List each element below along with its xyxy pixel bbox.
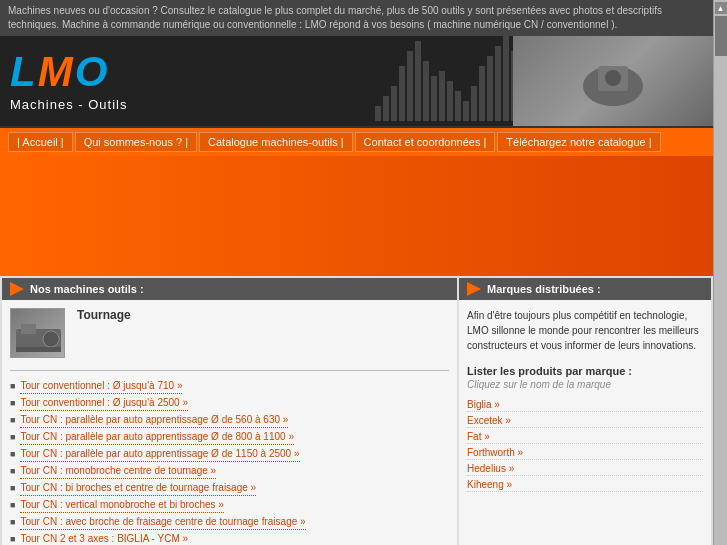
bullet-4: ■ xyxy=(10,448,15,461)
bar-11 xyxy=(455,91,461,121)
brand-item-3: Forthworth » xyxy=(467,446,703,460)
header-bars xyxy=(375,36,533,126)
header-photo-inner xyxy=(513,36,713,126)
right-section-header: Marques distribuées : xyxy=(459,278,711,300)
bar-4 xyxy=(399,66,405,121)
scroll-thumb[interactable] xyxy=(715,16,727,56)
logo-o: O xyxy=(75,48,110,95)
machine-item-4: ■Tour CN : parallèle par auto apprentiss… xyxy=(10,447,449,462)
machine-item-1: ■Tour conventionnel : Ø jusqu'à 2500 » xyxy=(10,396,449,411)
brands-list: Biglia »Excetek »Fat »Forthworth »Hedeli… xyxy=(459,398,711,492)
top-bar: Machines neuves ou d'occasion ? Consulte… xyxy=(0,0,713,36)
machine-link-8[interactable]: Tour CN : avec broche de fraisage centre… xyxy=(20,515,305,530)
bar-14 xyxy=(479,66,485,121)
machine-item-8: ■Tour CN : avec broche de fraisage centr… xyxy=(10,515,449,530)
nav-contact[interactable]: Contact et coordonnées | xyxy=(355,132,496,152)
machine-link-3[interactable]: Tour CN : parallèle par auto apprentissa… xyxy=(20,430,294,445)
logo-subtitle: Machines - Outils xyxy=(10,97,127,112)
brand-item-4: Hedelius » xyxy=(467,462,703,476)
machine-thumb-img xyxy=(11,309,64,357)
machine-item-2: ■Tour CN : parallèle par auto apprentiss… xyxy=(10,413,449,428)
bullet-3: ■ xyxy=(10,431,15,444)
nav: | Accueil | Qui sommes-nous ? | Catalogu… xyxy=(0,126,713,156)
bar-8 xyxy=(431,76,437,121)
content-area: Machines neuves ou d'occasion ? Consulte… xyxy=(0,0,713,545)
page-wrapper: Machines neuves ou d'occasion ? Consulte… xyxy=(0,0,727,545)
nav-qui[interactable]: Qui sommes-nous ? | xyxy=(75,132,197,152)
brand-link-5[interactable]: Kiheeng » xyxy=(467,479,512,490)
brand-item-2: Fat » xyxy=(467,430,703,444)
bullet-2: ■ xyxy=(10,414,15,427)
divider-tournage xyxy=(10,370,449,371)
machine-thumb-area: Tournage xyxy=(2,300,457,366)
brand-link-0[interactable]: Biglia » xyxy=(467,399,500,410)
machine-link-7[interactable]: Tour CN : vertical monobroche et bi broc… xyxy=(20,498,223,513)
bar-12 xyxy=(463,101,469,121)
machine-link-0[interactable]: Tour conventionnel : Ø jusqu'à 710 » xyxy=(20,379,182,394)
banner-inner xyxy=(0,156,713,276)
brands-label: Lister les produits par marque : xyxy=(459,361,711,379)
left-section-header: Nos machines outils : xyxy=(2,278,457,300)
brand-link-2[interactable]: Fat » xyxy=(467,431,490,442)
main-layout: Nos machines outils : Tou xyxy=(0,276,713,545)
logo-l: L xyxy=(10,48,38,95)
header-photo xyxy=(513,36,713,126)
header: LMO Machines - Outils xyxy=(0,36,713,126)
bullet-6: ■ xyxy=(10,482,15,495)
brands-sublabel: Cliquez sur le nom de la marque xyxy=(459,379,711,396)
svg-rect-5 xyxy=(21,324,36,334)
logo-area: LMO Machines - Outils xyxy=(10,51,127,112)
brand-item-5: Kiheeng » xyxy=(467,478,703,492)
nav-telechargez[interactable]: Téléchargez notre catalogue | xyxy=(497,132,660,152)
machine-link-6[interactable]: Tour CN : bi broches et centre de tourna… xyxy=(20,481,256,496)
svg-rect-3 xyxy=(608,91,618,106)
brand-link-4[interactable]: Hedelius » xyxy=(467,463,514,474)
top-bar-text: Machines neuves ou d'occasion ? Consulte… xyxy=(8,5,662,30)
bar-3 xyxy=(391,86,397,121)
brand-link-1[interactable]: Excetek » xyxy=(467,415,511,426)
bullet-5: ■ xyxy=(10,465,15,478)
scrollbar[interactable]: ▲ ▼ xyxy=(713,0,727,545)
bullet-9: ■ xyxy=(10,533,15,545)
banner xyxy=(0,156,713,276)
machine-item-7: ■Tour CN : vertical monobroche et bi bro… xyxy=(10,498,449,513)
bar-17 xyxy=(503,36,509,121)
bar-10 xyxy=(447,81,453,121)
logo-m: M xyxy=(38,48,75,95)
bar-13 xyxy=(471,86,477,121)
scroll-track[interactable] xyxy=(714,14,727,545)
machine-link-4[interactable]: Tour CN : parallèle par auto apprentissa… xyxy=(20,447,299,462)
bar-15 xyxy=(487,56,493,121)
right-panel: Marques distribuées : Afin d'être toujou… xyxy=(459,278,711,545)
machine-link-1[interactable]: Tour conventionnel : Ø jusqu'à 2500 » xyxy=(20,396,188,411)
brand-link-3[interactable]: Forthworth » xyxy=(467,447,523,458)
section-icon-left xyxy=(10,282,24,296)
bar-1 xyxy=(375,106,381,121)
brand-item-0: Biglia » xyxy=(467,398,703,412)
machine-item-5: ■Tour CN : monobroche centre de tournage… xyxy=(10,464,449,479)
bullet-8: ■ xyxy=(10,516,15,529)
nav-catalogue[interactable]: Catalogue machines-outils | xyxy=(199,132,353,152)
bar-16 xyxy=(495,46,501,121)
bar-2 xyxy=(383,96,389,121)
scroll-up[interactable]: ▲ xyxy=(715,2,727,14)
machine-list: ■Tour conventionnel : Ø jusqu'à 710 »■To… xyxy=(2,375,457,545)
bullet-7: ■ xyxy=(10,499,15,512)
brands-description: Afin d'être toujours plus compétitif en … xyxy=(459,300,711,361)
svg-rect-7 xyxy=(16,347,61,352)
left-panel: Nos machines outils : Tou xyxy=(2,278,457,545)
tournage-label: Tournage xyxy=(2,300,457,324)
machine-item-0: ■Tour conventionnel : Ø jusqu'à 710 » xyxy=(10,379,449,394)
bar-6 xyxy=(415,41,421,121)
machine-link-9[interactable]: Tour CN 2 et 3 axes : BIGLIA - YCM » xyxy=(20,532,188,545)
bullet-0: ■ xyxy=(10,380,15,393)
brand-item-1: Excetek » xyxy=(467,414,703,428)
nav-accueil[interactable]: | Accueil | xyxy=(8,132,73,152)
bar-5 xyxy=(407,51,413,121)
bar-7 xyxy=(423,61,429,121)
svg-point-6 xyxy=(43,331,59,347)
machine-item-6: ■Tour CN : bi broches et centre de tourn… xyxy=(10,481,449,496)
machine-link-2[interactable]: Tour CN : parallèle par auto apprentissa… xyxy=(20,413,288,428)
section-icon-right xyxy=(467,282,481,296)
machine-link-5[interactable]: Tour CN : monobroche centre de tournage … xyxy=(20,464,216,479)
